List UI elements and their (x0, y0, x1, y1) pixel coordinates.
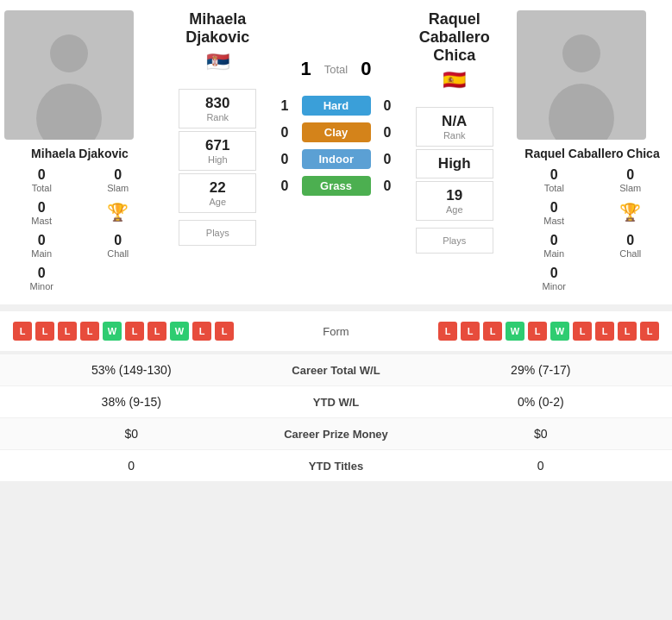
player1-avatar (4, 10, 134, 140)
player1-mast-value: 0 (38, 200, 46, 216)
player2-minor-label: Minor (542, 281, 566, 291)
player2-mast-value: 0 (550, 200, 558, 216)
player1-total-item: 0 Total (4, 165, 79, 196)
player1-plays-box: Plays (179, 220, 256, 246)
form-badge-right: L (640, 322, 659, 341)
player1-chall-value: 0 (114, 233, 122, 248)
player2-slam-value: 0 (626, 167, 634, 183)
stats-left-value: $0 (13, 427, 250, 441)
form-badge-right: L (618, 322, 637, 341)
indoor-right: 0 (384, 152, 392, 167)
player2-chall-label: Chall (619, 248, 641, 259)
player1-rank-box: 830 Rank (179, 89, 256, 128)
stats-center-label: YTD Titles (250, 460, 423, 473)
middle-right: Raquel Caballero Chica 🇪🇸 N/A Rank High … (393, 10, 518, 294)
player2-flag: 🇪🇸 (443, 69, 466, 91)
score-right: 0 (361, 58, 371, 80)
player2-rank-value: N/A (417, 113, 493, 130)
player2-total-label: Total (544, 183, 564, 193)
player2-mast-item: 0 Mast (517, 197, 592, 229)
player2-total-item: 0 Total (517, 165, 592, 196)
player1-main-value: 0 (38, 233, 46, 248)
player1-high-box: 671 High (179, 131, 256, 171)
main-container: Mihaela Djakovic 0 Total 0 Slam 0 Mast 🏆 (0, 0, 672, 482)
form-badge-left: L (80, 322, 99, 341)
player2-slam-label: Slam (619, 183, 641, 193)
form-badge-left: L (58, 322, 77, 341)
hard-row: 1 Hard 0 (285, 96, 388, 116)
player1-stats-grid: 0 Total 0 Slam 0 Mast 🏆 0 Main (4, 165, 155, 294)
form-badge-right: L (595, 322, 614, 341)
player2-center-name: Raquel Caballero Chica (397, 10, 513, 65)
form-badge-right: L (528, 322, 547, 341)
player1-minor-label: Minor (29, 281, 53, 291)
player2-form-badges: LLLWLWLLLL (380, 322, 660, 341)
form-badge-right: W (550, 322, 569, 341)
player2-rank-box: N/A Rank (416, 107, 493, 147)
player2-main-label: Main (543, 248, 564, 259)
middle-left: Mihaela Djakovic 🇷🇸 830 Rank 671 High 22… (155, 10, 280, 294)
stats-row: 38% (9-15) YTD W/L 0% (0-2) (0, 386, 672, 418)
player1-age-value: 22 (179, 179, 255, 197)
form-badge-right: L (573, 322, 592, 341)
player2-slam-item: 0 Slam (593, 165, 669, 196)
player1-mast-item: 0 Mast (4, 197, 79, 229)
player2-chall-value: 0 (626, 233, 634, 248)
player2-minor-value: 0 (550, 266, 558, 281)
player1-slam-item: 0 Slam (81, 165, 156, 196)
stats-center-label: YTD W/L (250, 396, 423, 409)
stats-center-label: Career Prize Money (250, 428, 423, 441)
player1-rank-value: 830 (179, 95, 255, 112)
player1-slam-label: Slam (107, 183, 129, 193)
form-badge-left: L (192, 322, 211, 341)
player2-stats-grid: 0 Total 0 Slam 0 Mast 🏆 0 Main (517, 165, 668, 294)
score-column: 1 Total 0 1 Hard 0 0 Clay 0 0 Indoor (280, 10, 393, 294)
clay-right: 0 (384, 125, 392, 141)
form-badge-right: L (483, 322, 502, 341)
svg-point-3 (549, 84, 614, 140)
stats-row: 0 YTD Titles 0 (0, 450, 672, 482)
player1-age-label: Age (179, 197, 255, 207)
grass-row: 0 Grass 0 (285, 176, 388, 196)
player1-total-value: 0 (38, 167, 46, 183)
left-player-block: Mihaela Djakovic 0 Total 0 Slam 0 Mast 🏆 (4, 10, 155, 294)
stats-left-value: 53% (149-130) (13, 363, 250, 377)
clay-row: 0 Clay 0 (285, 122, 388, 142)
player2-plays-label: Plays (417, 235, 493, 246)
trophy-icon-right: 🏆 (619, 202, 641, 222)
player1-high-label: High (179, 154, 255, 165)
player2-main-item: 0 Main (517, 230, 592, 261)
svg-point-2 (562, 34, 600, 72)
player2-main-value: 0 (550, 233, 558, 248)
trophy-icon-left: 🏆 (107, 202, 129, 222)
player1-age-box: 22 Age (179, 173, 256, 213)
player2-high-value: High (417, 155, 493, 172)
form-badge-right: L (438, 322, 457, 341)
stats-left-value: 0 (13, 459, 250, 473)
form-badge-left: L (13, 322, 32, 341)
player2-rank-col: N/A Rank High 19 Age Plays (397, 107, 513, 254)
right-player-block: Raquel Caballero Chica 0 Total 0 Slam 0 … (517, 10, 668, 294)
form-badge-left: L (125, 322, 144, 341)
player1-center-name: Mihaela Djakovic (160, 10, 276, 47)
stats-right-value: 0 (423, 459, 660, 473)
form-badge-left: L (215, 322, 234, 341)
stats-left-value: 38% (9-15) (13, 395, 250, 409)
player2-avatar (517, 10, 646, 140)
hard-left: 1 (281, 98, 289, 114)
form-badge-right: L (461, 322, 480, 341)
player1-main-label: Main (31, 248, 52, 259)
player1-main-item: 0 Main (4, 230, 79, 261)
grass-right: 0 (384, 178, 392, 194)
total-score-row: 1 Total 0 (301, 58, 372, 80)
stats-right-value: 0% (0-2) (423, 395, 660, 409)
clay-badge: Clay (302, 122, 371, 142)
player2-mast-label: Mast (543, 216, 564, 226)
player2-age-box: 19 Age (416, 181, 493, 221)
svg-point-0 (50, 34, 88, 72)
total-label: Total (324, 63, 348, 76)
stats-table: 53% (149-130) Career Total W/L 29% (7-17… (0, 354, 672, 482)
player1-plays-label: Plays (179, 228, 255, 238)
stats-row: 53% (149-130) Career Total W/L 29% (7-17… (0, 354, 672, 386)
surface-rows: 1 Hard 0 0 Clay 0 0 Indoor 0 0 Grass (285, 96, 388, 196)
